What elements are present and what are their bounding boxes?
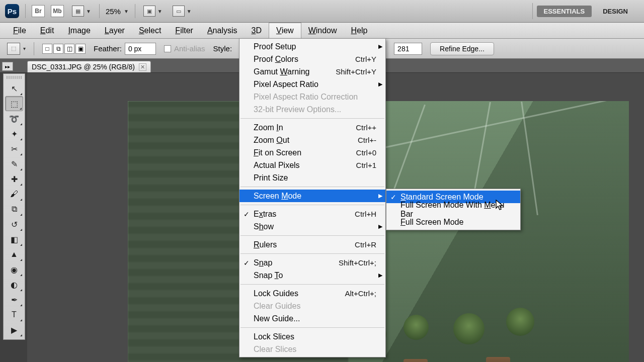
- menu-edit[interactable]: Edit: [33, 23, 61, 38]
- document-tab[interactable]: DSC_0331.JPG @ 25% (RGB/8) ✕: [27, 61, 151, 72]
- subtract-selection-icon[interactable]: ◫: [64, 44, 74, 54]
- menu-item-zoom-out[interactable]: Zoom OutCtrl+-: [239, 134, 385, 146]
- submenu-arrow-icon: ▶: [378, 43, 382, 50]
- menu-item-snap[interactable]: ✓SnapShift+Ctrl+;: [239, 256, 385, 269]
- lasso-tool[interactable]: ➰: [5, 111, 23, 126]
- healing-brush-tool[interactable]: ✚: [5, 171, 23, 187]
- arrange-documents-dropdown[interactable]: ▣ ▼: [141, 5, 165, 18]
- menu-image[interactable]: Image: [61, 23, 97, 38]
- intersect-selection-icon[interactable]: ▣: [75, 44, 86, 54]
- menu-item-new-guide[interactable]: New Guide...: [239, 312, 385, 325]
- menu-item-clear-slices: Clear Slices: [239, 343, 385, 355]
- tool-preset-picker[interactable]: ⬚ ▾: [7, 43, 26, 55]
- eyedropper-tool[interactable]: ✎: [5, 156, 23, 171]
- menu-3d[interactable]: 3D: [245, 23, 269, 38]
- menu-item-fit-on-screen[interactable]: Fit on ScreenCtrl+0: [239, 146, 385, 159]
- rectangular-marquee-tool[interactable]: ⬚: [5, 96, 23, 111]
- feather-label: Feather:: [94, 44, 122, 53]
- panel-grip[interactable]: [7, 76, 22, 79]
- menu-item-actual-pixels[interactable]: Actual PixelsCtrl+1: [239, 159, 385, 171]
- antialias-checkbox: [164, 45, 171, 52]
- menu-item-lock-guides[interactable]: Lock GuidesAlt+Ctrl+;: [239, 287, 385, 300]
- menu-item-full-screen-mode-with-menu-bar[interactable]: Full Screen Mode With Menu Bar: [386, 203, 520, 216]
- height-input[interactable]: [394, 43, 422, 55]
- menu-separator: [240, 253, 384, 254]
- submenu-arrow-icon: ▶: [378, 193, 382, 199]
- feather-input[interactable]: [125, 43, 156, 55]
- menu-item-pixel-aspect-ratio[interactable]: Pixel Aspect Ratio▶: [239, 78, 385, 90]
- menu-item-proof-setup[interactable]: Proof Setup▶: [239, 40, 385, 53]
- add-selection-icon[interactable]: ⧉: [53, 44, 63, 54]
- separator: [34, 42, 34, 55]
- menu-separator: [240, 284, 384, 285]
- dodge-tool[interactable]: ◐: [5, 277, 23, 292]
- workspace-essentials-button[interactable]: ESSENTIALS: [537, 6, 592, 17]
- check-icon: ✓: [244, 210, 250, 218]
- launch-bridge-button[interactable]: Br: [32, 5, 45, 17]
- menu-select[interactable]: Select: [132, 23, 168, 38]
- chevron-down-icon: ▼: [86, 9, 91, 14]
- menu-item-gamut-warning[interactable]: Gamut WarningShift+Ctrl+Y: [239, 65, 385, 78]
- move-tool[interactable]: ↖: [5, 81, 23, 96]
- screen-mode-submenu: ✓Standard Screen ModeFull Screen Mode Wi…: [386, 189, 521, 230]
- menu-help[interactable]: Help: [344, 23, 375, 38]
- chevron-down-icon: ▼: [124, 9, 129, 14]
- history-brush-tool[interactable]: ↺: [5, 217, 23, 232]
- crop-tool[interactable]: ✂: [5, 141, 23, 156]
- menu-filter[interactable]: Filter: [168, 23, 200, 38]
- brush-tool[interactable]: 🖌: [5, 187, 23, 202]
- menu-view[interactable]: View: [269, 23, 301, 38]
- separator: [99, 4, 100, 18]
- marquee-icon: ⬚: [7, 43, 20, 55]
- menu-item-full-screen-mode[interactable]: Full Screen Mode: [386, 216, 520, 228]
- style-label: Style:: [213, 44, 232, 53]
- photoshop-logo-icon: Ps: [5, 4, 19, 18]
- launch-minibridge-button[interactable]: Mb: [51, 5, 64, 17]
- close-tab-button[interactable]: ✕: [139, 63, 146, 71]
- chevron-down-icon: ▾: [23, 46, 26, 51]
- menu-layer[interactable]: Layer: [98, 23, 132, 38]
- menu-item-zoom-in[interactable]: Zoom InCtrl++: [239, 121, 385, 134]
- screen-mode-dropdown[interactable]: ▭ ▼: [171, 5, 194, 18]
- menu-analysis[interactable]: Analysis: [200, 23, 245, 38]
- selection-mode-buttons[interactable]: □ ⧉ ◫ ▣: [42, 44, 86, 54]
- menu-item-32-bit-preview-options: 32-bit Preview Options...: [239, 103, 385, 116]
- menu-file[interactable]: File: [6, 23, 33, 38]
- view-extras-dropdown[interactable]: ▦ ▼: [70, 5, 93, 18]
- menu-separator: [240, 327, 384, 328]
- path-selection-tool[interactable]: ▶: [5, 322, 23, 337]
- menu-item-pixel-aspect-ratio-correction: Pixel Aspect Ratio Correction: [239, 90, 385, 103]
- new-selection-icon[interactable]: □: [42, 44, 52, 54]
- document-tab-title: DSC_0331.JPG @ 25% (RGB/8): [32, 63, 135, 71]
- magic-wand-tool[interactable]: ✦: [5, 126, 23, 141]
- type-tool[interactable]: T: [5, 307, 23, 322]
- menu-item-snap-to[interactable]: Snap To▶: [239, 269, 385, 282]
- check-icon: ✓: [244, 259, 250, 267]
- submenu-arrow-icon: ▶: [378, 223, 382, 230]
- refine-edge-button[interactable]: Refine Edge...: [430, 42, 494, 55]
- clone-stamp-tool[interactable]: ⧉: [5, 202, 23, 217]
- menu-item-print-size[interactable]: Print Size: [239, 171, 385, 184]
- filmstrip-icon: ▦: [72, 6, 84, 17]
- eraser-tool[interactable]: ◧: [5, 232, 23, 247]
- menu-separator: [240, 187, 384, 187]
- menu-item-show[interactable]: Show▶: [239, 220, 385, 233]
- antialias-label: Anti-alias: [174, 44, 205, 53]
- workspace-design-button[interactable]: DESIGN: [596, 6, 635, 17]
- menu-item-screen-mode[interactable]: Screen Mode▶: [239, 190, 385, 202]
- menu-item-proof-colors[interactable]: Proof ColorsCtrl+Y: [239, 53, 385, 65]
- separator: [532, 3, 533, 19]
- application-bar: Ps Br Mb ▦ ▼ 25% ▼ ▣ ▼ ▭ ▼ ESSENTIALS DE…: [0, 0, 644, 23]
- menu-window[interactable]: Window: [301, 23, 344, 38]
- pen-tool[interactable]: ✒: [5, 292, 23, 307]
- menu-item-lock-slices[interactable]: Lock Slices: [239, 330, 385, 343]
- expand-panels-button[interactable]: ▸▸: [2, 62, 13, 71]
- blur-tool[interactable]: ◉: [5, 262, 23, 277]
- zoom-level-dropdown[interactable]: 25% ▼: [106, 7, 129, 16]
- paint-bucket-tool[interactable]: ▲: [5, 247, 23, 262]
- menu-item-extras[interactable]: ✓ExtrasCtrl+H: [239, 208, 385, 220]
- menu-item-rulers[interactable]: RulersCtrl+R: [239, 238, 385, 251]
- submenu-arrow-icon: ▶: [378, 272, 382, 279]
- tools-panel: ↖⬚➰✦✂✎✚🖌⧉↺◧▲◉◐✒T▶: [3, 73, 25, 340]
- menu-separator: [240, 205, 384, 205]
